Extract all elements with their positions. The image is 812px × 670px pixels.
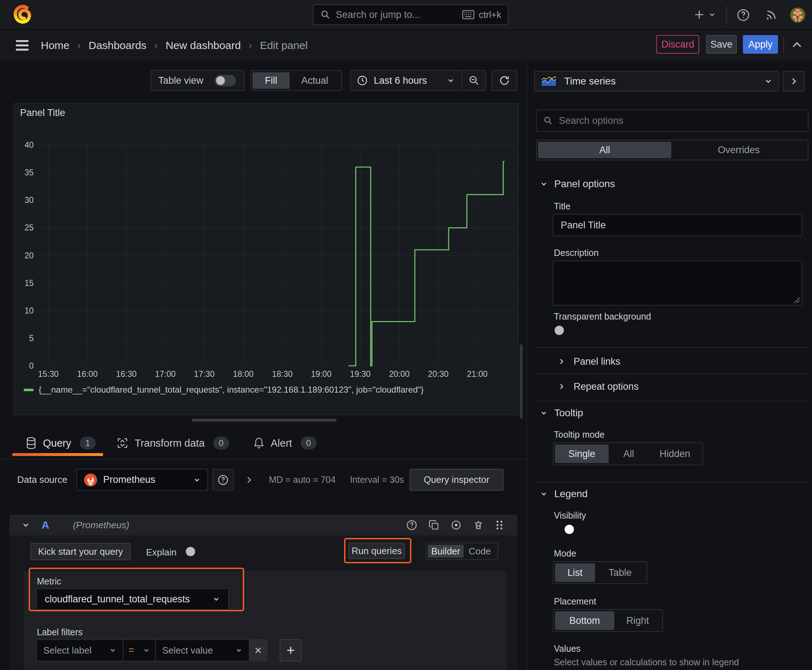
trash-icon [473, 520, 484, 530]
values-hint: Select values or calculations to show in… [554, 657, 739, 668]
table-view-toggle[interactable] [214, 75, 236, 86]
builder-tab[interactable]: Builder [428, 545, 464, 558]
panel-options-header[interactable]: Panel options [540, 178, 615, 189]
drag-query-handle[interactable] [495, 520, 504, 530]
fill-actual-group: Fill Actual [250, 70, 342, 91]
chevron-right-icon [790, 77, 798, 86]
search-shortcut: ctrl+k [479, 9, 501, 20]
apply-button[interactable]: Apply [743, 35, 778, 54]
chevron-down-icon [540, 490, 548, 498]
legend-item[interactable]: {__name__="cloudflared_tunnel_total_requ… [24, 385, 424, 395]
left-pane-scrollbar[interactable] [520, 344, 523, 419]
tabs-divider [0, 459, 526, 460]
breadcrumb-new-dashboard[interactable]: New dashboard [165, 39, 241, 52]
chevron-down-icon [143, 647, 150, 654]
collapse-query-chevron[interactable] [22, 521, 30, 530]
visualization-picker[interactable]: Time series [534, 71, 779, 91]
select-value-placeholder: Select value [162, 645, 235, 656]
operator-dropdown[interactable]: = [124, 639, 156, 662]
remove-filter-button[interactable] [249, 639, 268, 662]
tooltip-all-option[interactable]: All [609, 445, 649, 463]
chevron-down-icon [540, 180, 548, 188]
news-button[interactable] [765, 8, 778, 22]
legend-table-option[interactable]: Table [595, 563, 645, 582]
svg-text:10: 10 [24, 306, 34, 315]
time-range-picker[interactable]: Last 6 hours [350, 70, 486, 91]
query-help-button[interactable] [406, 520, 417, 530]
placement-right-option[interactable]: Right [614, 611, 661, 630]
panel-options-title: Panel options [554, 178, 615, 189]
chevron-right-icon [558, 358, 565, 365]
explain-label: Explain [146, 547, 176, 558]
tab-transform-label: Transform data [135, 437, 205, 449]
breadcrumb-dashboards[interactable]: Dashboards [88, 39, 146, 52]
save-button[interactable]: Save [706, 35, 737, 54]
add-filter-button[interactable] [280, 639, 302, 662]
tab-query[interactable]: Query 1 [26, 435, 96, 452]
tooltip-section-header[interactable]: Tooltip [540, 407, 583, 419]
time-series-chart[interactable]: 051015202530354015:3016:0016:3017:0017:3… [14, 104, 517, 387]
tab-alert-count: 0 [301, 437, 317, 450]
legend-section-header[interactable]: Legend [540, 488, 588, 500]
title-field-label: Title [554, 201, 570, 211]
breadcrumb-home[interactable]: Home [41, 39, 70, 52]
panel-links-row[interactable]: Panel links [558, 353, 620, 370]
actual-option[interactable]: Actual [290, 72, 340, 89]
kickstart-button[interactable]: Kick start your query [31, 543, 131, 560]
collapse-header-button[interactable] [790, 39, 804, 52]
refresh-button[interactable] [491, 70, 517, 91]
tab-alert-label: Alert [271, 437, 292, 449]
query-inspector-button[interactable]: Query inspector [410, 469, 503, 491]
grafana-logo [13, 4, 33, 25]
panel-resize-handle[interactable] [192, 419, 337, 421]
expand-stats-chevron-icon[interactable] [244, 475, 253, 484]
search-placeholder: Search or jump to... [336, 9, 462, 20]
tooltip-hidden-option[interactable]: Hidden [649, 445, 701, 463]
values-label: Values [554, 643, 581, 654]
legend-label: {__name__="cloudflared_tunnel_total_requ… [39, 385, 424, 395]
tab-alert[interactable]: Alert 0 [253, 435, 317, 452]
tab-all[interactable]: All [538, 142, 671, 158]
duplicate-query-button[interactable] [429, 520, 439, 530]
description-textarea[interactable] [553, 261, 802, 306]
query-row-header: A (Prometheus) [9, 515, 517, 535]
repeat-options-row[interactable]: Repeat options [558, 378, 639, 395]
svg-text:21:00: 21:00 [467, 369, 488, 379]
select-value-dropdown[interactable]: Select value [156, 639, 249, 662]
keyboard-icon [462, 10, 475, 19]
search-input[interactable]: Search or jump to... ctrl+k [313, 4, 509, 25]
legend-list-option[interactable]: List [555, 563, 595, 582]
run-queries-button[interactable]: Run queries [348, 543, 405, 559]
placement-bottom-option[interactable]: Bottom [555, 611, 614, 630]
discard-button[interactable]: Discard [656, 35, 699, 54]
delete-query-button[interactable] [473, 520, 484, 530]
query-ref-id[interactable]: A [42, 519, 49, 531]
tab-overrides[interactable]: Overrides [671, 142, 806, 158]
legend-mode-label: Mode [554, 548, 576, 559]
add-button[interactable] [693, 8, 716, 21]
visibility-label: Visibility [554, 510, 586, 521]
select-label-dropdown[interactable]: Select label [36, 639, 124, 662]
metric-select[interactable]: cloudflared_tunnel_total_requests [36, 589, 229, 610]
collapse-options-button[interactable] [783, 71, 805, 91]
datasource-picker[interactable]: Prometheus [76, 469, 208, 491]
search-options-input[interactable]: Search options [536, 110, 809, 132]
svg-text:18:30: 18:30 [272, 369, 293, 379]
disable-query-button[interactable] [451, 520, 461, 530]
question-circle-icon [218, 475, 229, 485]
help-button[interactable] [737, 8, 750, 22]
fill-option[interactable]: Fill [253, 72, 290, 89]
hamburger-icon [16, 39, 31, 52]
code-tab[interactable]: Code [464, 545, 496, 558]
tab-transform[interactable]: Transform data 0 [117, 435, 229, 452]
datasource-help-button[interactable] [212, 469, 234, 491]
panel-title-input[interactable]: Panel Title [553, 214, 802, 236]
zoom-out-button[interactable] [468, 75, 480, 86]
builder-code-group: Builder Code [425, 543, 498, 560]
avatar[interactable] [790, 7, 805, 23]
chevron-up-icon [790, 39, 804, 52]
plus-icon [693, 8, 705, 21]
svg-text:25: 25 [24, 223, 34, 232]
menu-toggle-button[interactable] [16, 39, 31, 52]
tooltip-single-option[interactable]: Single [555, 445, 609, 463]
